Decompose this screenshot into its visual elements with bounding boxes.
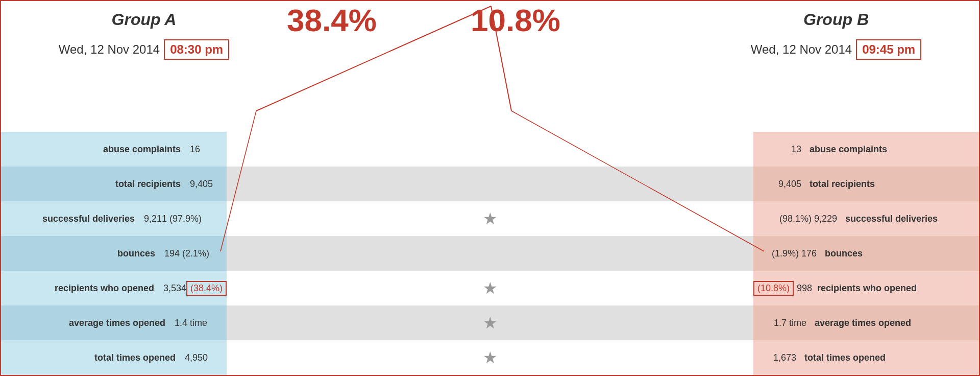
group-a-label-1: abuse complaints bbox=[103, 144, 186, 155]
group-a-value-5: 3,534 bbox=[159, 283, 186, 294]
group-a-value-2: 9,405 bbox=[186, 179, 227, 190]
table-row: total times opened 4,950 ★ 1,673 total t… bbox=[1, 340, 979, 375]
group-a-row-6: average times opened 1.4 time bbox=[1, 306, 227, 340]
group-b-time: 09:45 pm bbox=[856, 39, 921, 60]
main-container: Group A Wed, 12 Nov 2014 08:30 pm 38.4% … bbox=[1, 1, 979, 375]
group-a-label-2: total recipients bbox=[115, 179, 186, 190]
star-icon-6: ★ bbox=[483, 313, 498, 333]
group-b-label-5: recipients who opened bbox=[812, 283, 917, 294]
group-a-row-2: total recipients 9,405 bbox=[1, 167, 227, 201]
group-a-label-7: total times opened bbox=[94, 353, 181, 363]
group-a-time: 08:30 pm bbox=[164, 39, 229, 60]
table-row: total recipients 9,405 9,405 total recip… bbox=[1, 167, 979, 201]
group-b-value-4: (1.9%) 176 bbox=[753, 248, 820, 259]
group-a-row-3: successful deliveries 9,211 (97.9%) bbox=[1, 201, 227, 236]
center-row-4 bbox=[227, 236, 753, 271]
group-b-date-text: Wed, 12 Nov 2014 bbox=[751, 42, 852, 57]
group-b-highlight-5: (10.8%) bbox=[753, 281, 794, 296]
group-b-row-2: 9,405 total recipients bbox=[753, 167, 979, 201]
group-b-value-3: (98.1%) 9,229 bbox=[753, 214, 840, 224]
group-b-label-7: total times opened bbox=[799, 353, 886, 363]
group-b-value-6: 1.7 time bbox=[753, 318, 810, 328]
group-b-value-7: 1,673 bbox=[753, 353, 799, 363]
group-a-title: Group A bbox=[112, 10, 177, 29]
group-b-value-2: 9,405 bbox=[753, 179, 804, 190]
center-row-3: ★ bbox=[227, 201, 753, 236]
group-b-row-6: 1.7 time average times opened bbox=[753, 306, 979, 340]
center-row-1 bbox=[227, 132, 753, 167]
center-row-2 bbox=[227, 167, 753, 201]
group-a-label-3: successful deliveries bbox=[42, 214, 140, 224]
star-icon-5: ★ bbox=[483, 278, 498, 298]
group-a-label-4: bounces bbox=[117, 248, 160, 259]
group-a-header: Group A Wed, 12 Nov 2014 08:30 pm bbox=[32, 10, 256, 60]
table-row: average times opened 1.4 time ★ 1.7 time… bbox=[1, 306, 979, 340]
group-b-date: Wed, 12 Nov 2014 09:45 pm bbox=[751, 39, 921, 60]
group-b-row-1: 13 abuse complaints bbox=[753, 132, 979, 167]
group-b-header: Group B Wed, 12 Nov 2014 09:45 pm bbox=[724, 10, 948, 60]
center-row-5: ★ bbox=[227, 271, 753, 306]
center-row-6: ★ bbox=[227, 306, 753, 340]
group-a-value-1: 16 bbox=[186, 144, 227, 155]
center-row-7: ★ bbox=[227, 340, 753, 375]
group-b-row-7: 1,673 total times opened bbox=[753, 340, 979, 375]
group-b-label-1: abuse complaints bbox=[804, 144, 887, 155]
group-b-percent: 10.8% bbox=[471, 3, 560, 38]
group-a-value-6: 1.4 time bbox=[170, 318, 227, 328]
group-b-title: Group B bbox=[803, 10, 869, 29]
group-b-row-3: (98.1%) 9,229 successful deliveries bbox=[753, 201, 979, 236]
group-a-percent: 38.4% bbox=[287, 3, 377, 38]
group-a-date-text: Wed, 12 Nov 2014 bbox=[59, 42, 160, 57]
table-row: bounces 194 (2.1%) (1.9%) 176 bounces bbox=[1, 236, 979, 271]
group-b-value-5: 998 bbox=[794, 283, 812, 294]
star-icon-7: ★ bbox=[483, 348, 498, 367]
group-b-row-5: (10.8%) 998 recipients who opened bbox=[753, 271, 979, 306]
table-row: successful deliveries 9,211 (97.9%) ★ (9… bbox=[1, 201, 979, 236]
rows-wrapper: abuse complaints 16 13 abuse complaints … bbox=[1, 132, 980, 375]
star-icon-3: ★ bbox=[483, 209, 498, 228]
group-a-date: Wed, 12 Nov 2014 08:30 pm bbox=[59, 39, 229, 60]
group-a-label-5: recipients who opened bbox=[55, 283, 159, 294]
table-row: recipients who opened 3,534 (38.4%) ★ (1… bbox=[1, 271, 979, 306]
group-b-label-6: average times opened bbox=[810, 318, 911, 328]
group-b-label-3: successful deliveries bbox=[840, 214, 938, 224]
table-row: abuse complaints 16 13 abuse complaints bbox=[1, 132, 979, 167]
group-a-row-4: bounces 194 (2.1%) bbox=[1, 236, 227, 271]
group-b-row-4: (1.9%) 176 bounces bbox=[753, 236, 979, 271]
group-a-value-7: 4,950 bbox=[181, 353, 227, 363]
group-a-value-4: 194 (2.1%) bbox=[160, 248, 227, 259]
group-a-row-7: total times opened 4,950 bbox=[1, 340, 227, 375]
header-area: Group A Wed, 12 Nov 2014 08:30 pm 38.4% … bbox=[1, 1, 979, 86]
group-a-highlight-5: (38.4%) bbox=[186, 281, 227, 296]
group-b-label-4: bounces bbox=[820, 248, 863, 259]
group-a-row-5: recipients who opened 3,534 (38.4%) bbox=[1, 271, 227, 306]
group-a-row-1: abuse complaints 16 bbox=[1, 132, 227, 167]
group-b-label-2: total recipients bbox=[804, 179, 875, 190]
group-a-label-6: average times opened bbox=[69, 318, 170, 328]
group-a-value-3: 9,211 (97.9%) bbox=[140, 214, 227, 224]
group-b-value-1: 13 bbox=[753, 144, 804, 155]
